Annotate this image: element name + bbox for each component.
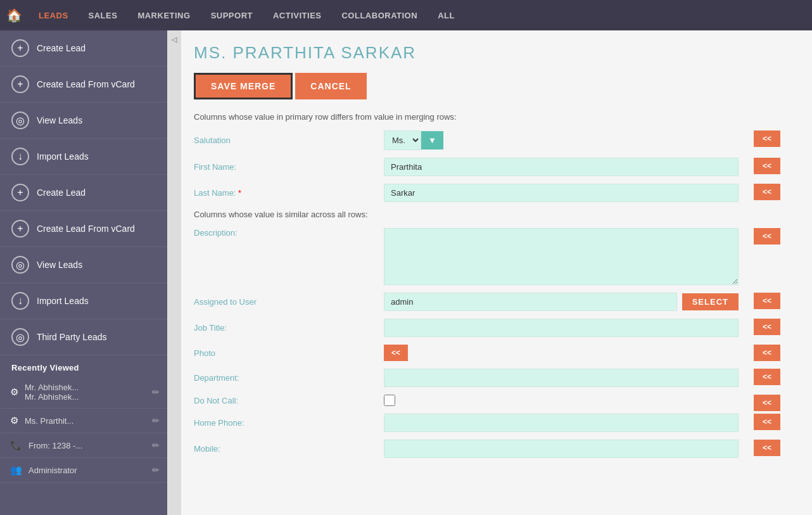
form-row-description: Description: << bbox=[194, 228, 780, 285]
nav-activities[interactable]: ACTIVITIES bbox=[269, 8, 326, 23]
sidebar-item-label: View Leads bbox=[37, 115, 82, 125]
arrow-department[interactable]: << bbox=[754, 369, 780, 385]
form-row-jobtitle: Job Title: << bbox=[194, 319, 780, 337]
select-button[interactable]: SELECT bbox=[682, 293, 739, 310]
nav-leads[interactable]: LEADS bbox=[35, 8, 72, 23]
edit-icon-prarthit[interactable]: ✏ bbox=[152, 416, 160, 426]
assigned-wrap: SELECT bbox=[384, 293, 739, 311]
recent-icon-phone: 📞 bbox=[10, 440, 22, 451]
salutation-select[interactable]: Ms. Mr. Dr. bbox=[384, 130, 421, 150]
create-vcard-icon-1: + bbox=[11, 75, 29, 93]
homephone-input[interactable] bbox=[384, 414, 739, 432]
arrow-photo[interactable]: << bbox=[754, 345, 780, 361]
recent-item-admin[interactable]: 👥 Administrator ✏ bbox=[0, 458, 167, 483]
action-buttons: SAVE MERGE CANCEL bbox=[194, 73, 812, 99]
arrow-mobile[interactable]: << bbox=[754, 440, 780, 456]
recent-icon-prarthit: ⚙ bbox=[10, 415, 18, 426]
main-content: MS. PRARTHITA SARKAR SAVE MERGE CANCEL C… bbox=[181, 30, 812, 515]
nav-collaboration[interactable]: COLLABORATION bbox=[338, 8, 421, 23]
sidebar-item-import-leads-1[interactable]: ↓ Import Leads bbox=[0, 139, 167, 175]
top-nav: 🏠 LEADS SALES MARKETING SUPPORT ACTIVITI… bbox=[0, 0, 812, 30]
sidebar-item-third-party[interactable]: ◎ Third Party Leads bbox=[0, 319, 167, 355]
sidebar-item-view-leads-2[interactable]: ◎ View Leads bbox=[0, 247, 167, 283]
sidebar-item-label: Create Lead bbox=[37, 188, 86, 198]
label-salutation: Salutation bbox=[194, 136, 384, 145]
arrow-description[interactable]: << bbox=[754, 228, 780, 245]
import-leads-icon-1: ↓ bbox=[11, 148, 29, 165]
firstname-input[interactable] bbox=[384, 158, 739, 176]
recent-icon-admin: 👥 bbox=[10, 464, 22, 476]
arrow-lastname[interactable]: << bbox=[754, 184, 780, 200]
sidebar-item-label: Import Leads bbox=[37, 151, 89, 162]
sidebar-item-create-vcard-2[interactable]: + Create Lead From vCard bbox=[0, 211, 167, 247]
nav-support[interactable]: SUPPORT bbox=[207, 8, 257, 23]
recent-item-abhishek[interactable]: ⚙ Mr. Abhishek... Mr. Abhishek... ✏ bbox=[0, 376, 167, 409]
collapse-icon: ◁ bbox=[172, 35, 177, 44]
sidebar: + Create Lead + Create Lead From vCard ◎… bbox=[0, 30, 167, 515]
arrow-jobtitle[interactable]: << bbox=[754, 319, 780, 335]
form-row-mobile: Mobile: << bbox=[194, 440, 780, 458]
sidebar-item-label: Create Lead bbox=[37, 43, 86, 53]
recently-viewed-label: Recently Viewed bbox=[0, 355, 167, 376]
lastname-input[interactable] bbox=[384, 184, 739, 202]
form-row-homephone: Home Phone: << bbox=[194, 414, 780, 432]
sidebar-item-create-lead-2[interactable]: + Create Lead bbox=[0, 175, 167, 211]
donotcall-checkbox[interactable] bbox=[384, 395, 395, 406]
sidebar-item-label: Create Lead From vCard bbox=[37, 79, 135, 89]
arrow-assigned[interactable]: << bbox=[754, 293, 780, 309]
home-icon[interactable]: 🏠 bbox=[6, 8, 22, 23]
create-lead-icon-2: + bbox=[11, 184, 29, 201]
sidebar-item-create-lead-1[interactable]: + Create Lead bbox=[0, 30, 167, 67]
third-party-icon: ◎ bbox=[11, 328, 29, 346]
sidebar-item-import-leads-2[interactable]: ↓ Import Leads bbox=[0, 283, 167, 319]
recent-item-prarthit[interactable]: ⚙ Ms. Prarthit... ✏ bbox=[0, 409, 167, 433]
similar-section-label: Columns whose value is similar across al… bbox=[194, 210, 780, 219]
edit-icon-phone[interactable]: ✏ bbox=[152, 440, 160, 450]
recent-text-admin: Administrator bbox=[29, 466, 146, 475]
nav-all[interactable]: ALL bbox=[434, 8, 459, 23]
label-department: Department: bbox=[194, 373, 384, 383]
nav-marketing[interactable]: MARKETING bbox=[134, 8, 194, 23]
cancel-button[interactable]: CANCEL bbox=[295, 73, 366, 99]
view-leads-icon-2: ◎ bbox=[11, 256, 29, 274]
description-textarea[interactable] bbox=[384, 228, 739, 285]
sidebar-item-label: Create Lead From vCard bbox=[37, 224, 135, 234]
create-lead-icon-1: + bbox=[11, 39, 29, 57]
arrow-firstname[interactable]: << bbox=[754, 158, 780, 174]
photo-arrow-button[interactable]: << bbox=[384, 345, 408, 361]
sidebar-item-label: Third Party Leads bbox=[37, 332, 107, 342]
recent-text-abhishek1: Mr. Abhishek... bbox=[25, 383, 146, 392]
form-row-photo: Photo << << bbox=[194, 345, 780, 361]
nav-sales[interactable]: SALES bbox=[85, 8, 122, 23]
sidebar-item-label: View Leads bbox=[37, 260, 82, 270]
sidebar-item-view-leads-1[interactable]: ◎ View Leads bbox=[0, 103, 167, 139]
arrow-homephone[interactable]: << bbox=[754, 414, 780, 430]
mobile-input[interactable] bbox=[384, 440, 739, 458]
assigned-input[interactable] bbox=[384, 293, 677, 311]
jobtitle-input[interactable] bbox=[384, 319, 739, 337]
save-merge-button[interactable]: SAVE MERGE bbox=[194, 73, 293, 99]
salutation-dropdown-btn[interactable]: ▼ bbox=[421, 131, 443, 149]
recent-item-phone[interactable]: 📞 From: 1238 -... ✏ bbox=[0, 433, 167, 458]
department-input[interactable] bbox=[384, 369, 739, 387]
edit-icon-admin[interactable]: ✏ bbox=[152, 465, 160, 475]
arrow-salutation[interactable]: << bbox=[754, 130, 780, 147]
sidebar-item-create-vcard-1[interactable]: + Create Lead From vCard bbox=[0, 67, 167, 103]
form-row-firstname: First Name: << bbox=[194, 158, 780, 176]
recent-icon-abhishek: ⚙ bbox=[10, 386, 18, 398]
form-row-donotcall: Do Not Call: << bbox=[194, 395, 780, 406]
arrow-donotcall[interactable]: << bbox=[754, 395, 780, 411]
form-row-lastname: Last Name: * << bbox=[194, 184, 780, 202]
page-title: MS. PRARTHITA SARKAR bbox=[194, 43, 812, 63]
form-row-assigned: Assigned to User SELECT << bbox=[194, 293, 780, 311]
recent-text-phone: From: 1238 -... bbox=[29, 441, 146, 450]
label-lastname: Last Name: * bbox=[194, 188, 384, 198]
label-jobtitle: Job Title: bbox=[194, 323, 384, 333]
required-marker: * bbox=[238, 188, 241, 198]
edit-icon-abhishek[interactable]: ✏ bbox=[152, 387, 160, 397]
label-description: Description: bbox=[194, 228, 384, 238]
diff-section-label: Columns whose value in primary row diffe… bbox=[194, 112, 812, 122]
salutation-select-wrap: Ms. Mr. Dr. ▼ bbox=[384, 130, 443, 150]
collapse-handle[interactable]: ◁ bbox=[167, 30, 181, 515]
label-homephone: Home Phone: bbox=[194, 418, 384, 428]
